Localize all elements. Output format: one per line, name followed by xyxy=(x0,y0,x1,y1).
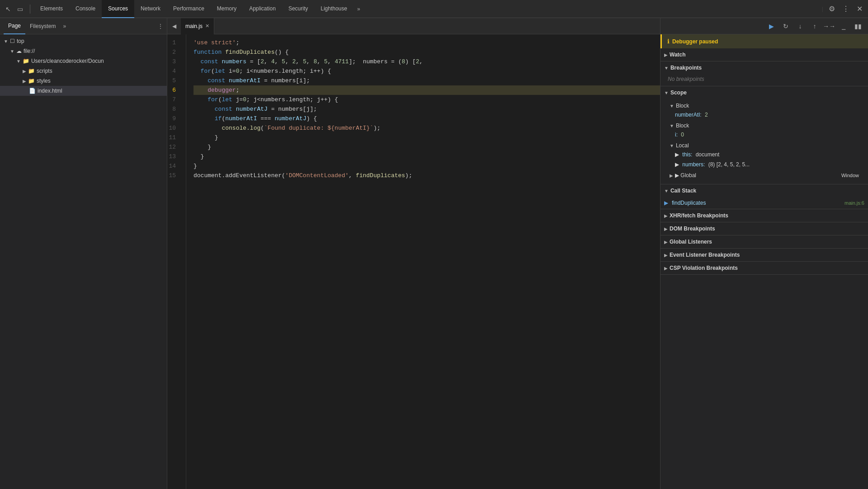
step-out-button[interactable]: ↑ xyxy=(808,20,821,33)
token: 5 xyxy=(324,57,328,66)
settings-icon[interactable]: ⚙ xyxy=(827,3,837,15)
token xyxy=(193,95,208,104)
line-numbers: 1 2 3 4 5 6 7 8 9 10 11 12 13 14 15 xyxy=(167,34,186,489)
tab-lighthouse[interactable]: Lighthouse xyxy=(314,0,354,18)
tab-memory[interactable]: Memory xyxy=(211,0,243,18)
code-area[interactable]: 1 2 3 4 5 6 7 8 9 10 11 12 13 14 15 'use… xyxy=(167,34,660,489)
xhr-label: XHR/fetch Breakpoints xyxy=(670,212,728,219)
token: ); xyxy=(405,171,412,180)
token: numberAtI xyxy=(229,76,260,85)
token: for xyxy=(208,95,218,104)
ln-2: 2 xyxy=(167,47,180,57)
editor-tab-mainjs[interactable]: main.js ✕ xyxy=(181,18,214,34)
section-global-listeners: ▶ Global Listeners xyxy=(660,235,868,249)
token: ]; numbers = ( xyxy=(349,57,401,66)
section-global-listeners-header[interactable]: ▶ Global Listeners xyxy=(660,235,868,248)
scope-block-2-header[interactable]: ▼ Block xyxy=(668,122,861,130)
sub-tab-more[interactable]: » xyxy=(60,23,69,29)
section-csp-header[interactable]: ▶ CSP Violation Breakpoints xyxy=(660,262,868,274)
scope-block-2: ▼ Block i: 0 xyxy=(668,121,861,141)
debugger-paused-label: Debugger paused xyxy=(672,38,718,45)
section-call-stack-header[interactable]: ▼ Call Stack xyxy=(660,184,868,197)
tree-label-users: Users/cleancoderocker/Docun xyxy=(31,58,104,64)
tree-item-users[interactable]: ▼ 📁 Users/cleancoderocker/Docun xyxy=(0,56,167,66)
scope-item-this[interactable]: ▶ this: document xyxy=(668,150,861,160)
tab-more-icon[interactable]: » xyxy=(354,6,364,12)
section-event-listener-header[interactable]: ▶ Event Listener Breakpoints xyxy=(660,249,868,261)
tree-item-file[interactable]: ▼ ☁ file:// xyxy=(0,46,167,56)
token: debugger xyxy=(208,85,236,95)
tab-elements[interactable]: Elements xyxy=(34,0,69,18)
tab-sources[interactable]: Sources xyxy=(102,0,134,18)
sub-tab-page[interactable]: Page xyxy=(4,18,25,34)
event-listener-arrow: ▶ xyxy=(664,253,668,258)
section-breakpoints: ▼ Breakpoints No breakpoints xyxy=(660,61,868,86)
tab-application[interactable]: Application xyxy=(243,0,282,18)
section-dom: ▶ DOM Breakpoints xyxy=(660,222,868,235)
step-over-button[interactable]: ↻ xyxy=(779,20,792,33)
tree-item-scripts[interactable]: ▶ 📁 scripts xyxy=(0,66,167,76)
resume-button[interactable]: ▶ xyxy=(765,20,778,33)
section-dom-header[interactable]: ▶ DOM Breakpoints xyxy=(660,222,868,235)
close-icon[interactable]: ✕ xyxy=(855,3,864,15)
left-sub-tabs: Page Filesystem » ⋮ xyxy=(0,18,167,34)
scope-item-numberat-i: numberAtI: 2 xyxy=(668,110,861,120)
code-line-8: const numberAtJ = numbers[j]; xyxy=(193,104,660,114)
deactivate-breakpoints-button[interactable]: ⎯ xyxy=(837,20,850,33)
sub-tab-filesystem[interactable]: Filesystem xyxy=(25,18,60,34)
call-stack-arrow: ▼ xyxy=(664,188,669,193)
scope-global-header[interactable]: ▶ ▶ Global Window xyxy=(668,171,861,179)
token: = numbers[j]; xyxy=(268,104,317,114)
more-icon[interactable]: ⋮ xyxy=(840,3,851,15)
tree-label-file: file:// xyxy=(24,48,35,54)
token: numberAtJ xyxy=(236,104,268,114)
call-stack-item-find-duplicates[interactable]: ▶ findDuplicates main.js:6 xyxy=(660,197,868,209)
token: numberAtJ xyxy=(274,114,306,123)
token xyxy=(225,76,229,85)
editor-tab-close[interactable]: ✕ xyxy=(205,23,209,29)
tree-item-indexhtml[interactable]: 📄 index.html xyxy=(0,86,167,96)
token: console.log xyxy=(222,123,260,133)
token: const xyxy=(208,76,225,85)
block2-arrow: ▼ xyxy=(670,123,674,128)
code-content[interactable]: 'use strict'; function findDuplicates() … xyxy=(186,34,660,489)
token xyxy=(193,57,201,66)
tab-security[interactable]: Security xyxy=(282,0,314,18)
code-line-5: const numberAtI = numbers[i]; xyxy=(193,76,660,85)
tree-item-top[interactable]: ▼ ☐ top xyxy=(0,36,167,46)
token: ; xyxy=(236,38,240,47)
pause-on-exceptions-button[interactable]: ▮▮ xyxy=(852,20,864,33)
code-line-15: document.addEventListener('DOMContentLoa… xyxy=(193,171,660,180)
token xyxy=(193,76,208,85)
scope-block-1: ▼ Block numberAtI: 2 xyxy=(668,101,861,121)
info-icon: ℹ xyxy=(667,38,670,45)
tree-item-styles[interactable]: ▶ 📁 styles xyxy=(0,76,167,86)
token: ); xyxy=(373,123,381,133)
step-button[interactable]: →→ xyxy=(823,20,835,33)
section-breakpoints-header[interactable]: ▼ Breakpoints xyxy=(660,61,868,74)
scope-key-i: i: xyxy=(675,132,678,138)
scope-local-header[interactable]: ▼ Local xyxy=(668,141,861,150)
token: 2 xyxy=(260,57,264,66)
tab-performance[interactable]: Performance xyxy=(167,0,211,18)
tree-label-indexhtml: index.html xyxy=(38,88,62,94)
cursor-icon[interactable]: ↖ xyxy=(4,5,13,14)
ln-15: 15 xyxy=(167,171,180,180)
breakpoints-arrow: ▼ xyxy=(664,66,669,71)
sub-tab-dots[interactable]: ⋮ xyxy=(158,23,163,29)
tab-network[interactable]: Network xyxy=(134,0,167,18)
scope-block-1-header[interactable]: ▼ Block xyxy=(668,102,861,110)
this-arrow-icon: ▶ xyxy=(675,151,679,158)
scope-item-numbers[interactable]: ▶ numbers: (8) [2, 4, 5, 2, 5... xyxy=(668,160,861,169)
step-into-button[interactable]: ↓ xyxy=(794,20,807,33)
ln-8: 8 xyxy=(167,104,180,114)
tab-console[interactable]: Console xyxy=(69,0,102,18)
editor-back-icon[interactable]: ◀ xyxy=(167,23,181,29)
csp-arrow: ▶ xyxy=(664,266,668,271)
section-scope-header[interactable]: ▼ Scope xyxy=(660,86,868,99)
token: 4711 xyxy=(335,57,349,66)
section-xhr-header[interactable]: ▶ XHR/fetch Breakpoints xyxy=(660,209,868,222)
section-watch-header[interactable]: ▶ Watch xyxy=(660,48,868,61)
device-icon[interactable]: ▭ xyxy=(15,5,24,14)
token: const xyxy=(201,57,218,66)
